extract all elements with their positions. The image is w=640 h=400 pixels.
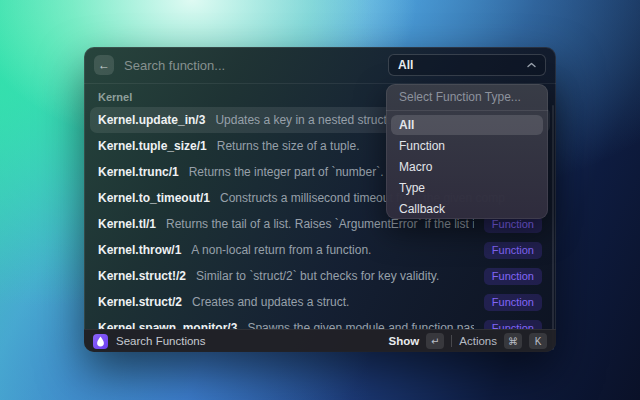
function-type-badge: Function (484, 242, 542, 259)
function-type-badge: Function (484, 294, 542, 311)
function-description: Similar to `struct/2` but checks for key… (196, 269, 474, 283)
function-type-dropdown: AllFunctionMacroTypeCallback (386, 84, 548, 219)
back-button[interactable]: ← (94, 55, 114, 75)
function-name: Kernel.trunc/1 (98, 165, 179, 179)
dropdown-option-function[interactable]: Function (391, 136, 543, 156)
footer-app-name: Search Functions (116, 335, 206, 347)
list-item[interactable]: Kernel.struct!/2Similar to `struct/2` bu… (90, 263, 550, 289)
command-palette-window: ← All Kernel Kernel.update_in/3Updates a… (84, 47, 556, 352)
function-name: Kernel.throw/1 (98, 243, 181, 257)
function-type-select[interactable]: All (388, 54, 546, 76)
search-input[interactable] (124, 58, 378, 73)
function-name: Kernel.update_in/3 (98, 113, 205, 127)
function-description: Creates and updates a struct. (192, 295, 474, 309)
dropdown-option-callback[interactable]: Callback (391, 199, 543, 219)
dropdown-option-all[interactable]: All (391, 115, 543, 135)
function-description: Returns the tail of a list. Raises `Argu… (166, 217, 474, 231)
command-keycap[interactable]: ⌘ (504, 333, 522, 349)
dropdown-options: AllFunctionMacroTypeCallback (386, 111, 548, 219)
chevron-up-icon (527, 62, 536, 68)
footer-divider (451, 335, 452, 347)
show-button-label[interactable]: Show (389, 335, 420, 347)
elixir-drop-icon (93, 334, 108, 349)
function-name: Kernel.to_timeout/1 (98, 191, 210, 205)
k-keycap[interactable]: K (529, 333, 547, 349)
search-header: ← All (84, 47, 556, 83)
scrollbar[interactable] (552, 105, 554, 350)
function-description: A non-local return from a function. (191, 243, 473, 257)
function-name: Kernel.spawn_monitor/3 (98, 321, 237, 329)
enter-keycap[interactable]: ↵ (426, 333, 444, 349)
dropdown-search (386, 84, 548, 110)
function-description: Spawns the given module and function pas… (247, 321, 473, 329)
function-name: Kernel.tuple_size/1 (98, 139, 207, 153)
function-name: Kernel.struct!/2 (98, 269, 186, 283)
function-type-badge: Function (484, 268, 542, 285)
dropdown-filter-input[interactable] (399, 90, 548, 104)
list-item[interactable]: Kernel.throw/1A non-local return from a … (90, 237, 550, 263)
function-type-badge: Function (484, 320, 542, 330)
footer-actions: Show ↵ Actions ⌘ K (389, 333, 547, 349)
list-item[interactable]: Kernel.spawn_monitor/3Spawns the given m… (90, 315, 550, 329)
back-arrow-icon: ← (98, 59, 110, 71)
actions-button-label[interactable]: Actions (459, 335, 497, 347)
dropdown-option-macro[interactable]: Macro (391, 157, 543, 177)
function-name: Kernel.struct/2 (98, 295, 182, 309)
list-item[interactable]: Kernel.struct/2Creates and updates a str… (90, 289, 550, 315)
function-name: Kernel.tl/1 (98, 217, 156, 231)
dropdown-option-type[interactable]: Type (391, 178, 543, 198)
function-type-select-value: All (398, 58, 413, 72)
footer-bar: Search Functions Show ↵ Actions ⌘ K (84, 329, 556, 352)
